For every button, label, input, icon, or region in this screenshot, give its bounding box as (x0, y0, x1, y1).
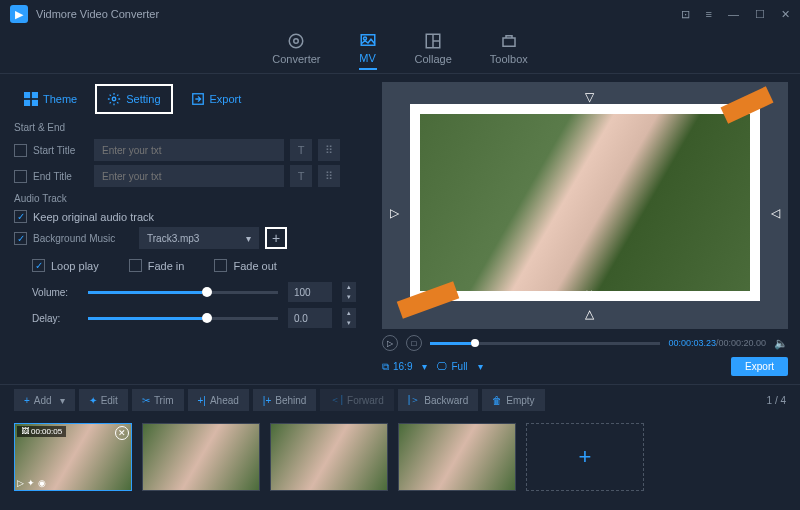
tab-export[interactable]: Export (181, 86, 252, 112)
section-start-end: Start & End (14, 122, 356, 133)
nav-label: MV (359, 52, 376, 64)
tab-setting[interactable]: Setting (95, 84, 172, 114)
volume-slider[interactable] (88, 291, 278, 294)
page-indicator: 1 / 4 (767, 389, 786, 411)
svg-rect-11 (32, 100, 38, 106)
handle-top[interactable]: ▽ (585, 90, 594, 104)
empty-button[interactable]: 🗑Empty (482, 389, 544, 411)
display-options: ⧉16:9▾ 🖵Full▾ Export (382, 357, 788, 376)
settings-panel: Theme Setting Export Start & End Start T… (0, 74, 370, 384)
star-icon[interactable]: ✦ (27, 478, 35, 488)
nav-label: Collage (415, 53, 452, 65)
delay-value[interactable]: 0.0 (288, 308, 332, 328)
end-title-row: End Title T ⠿ (14, 165, 356, 187)
fadeout-checkbox[interactable] (214, 259, 227, 272)
nav-converter[interactable]: Converter (272, 32, 320, 69)
nav-label: Converter (272, 53, 320, 65)
forward-button[interactable]: ＜|Forward (320, 389, 393, 411)
bg-music-dropdown[interactable]: Track3.mp3 ▾ (139, 227, 259, 249)
menu-icon[interactable]: ≡ (706, 8, 712, 21)
play-icon[interactable]: ▷ (17, 478, 24, 488)
backward-button[interactable]: |＞Backward (398, 389, 479, 411)
mv-icon (359, 31, 377, 49)
add-music-button[interactable]: + (265, 227, 287, 249)
delay-slider[interactable] (88, 317, 278, 320)
nav-toolbox[interactable]: Toolbox (490, 32, 528, 69)
handle-bottom[interactable]: △ (585, 307, 594, 321)
clip-thumbnail[interactable] (270, 423, 388, 491)
start-title-input[interactable] (94, 139, 284, 161)
end-title-input[interactable] (94, 165, 284, 187)
screen-size-select[interactable]: 🖵Full▾ (437, 361, 482, 372)
panel-tabs: Theme Setting Export (14, 84, 356, 114)
handle-right[interactable]: ◁ (771, 206, 780, 220)
behind-button[interactable]: |+Behind (253, 389, 317, 411)
thumb-image (271, 424, 387, 490)
play-button[interactable]: ▷ (382, 335, 398, 351)
forward-icon: ＜| (330, 393, 343, 407)
volume-value[interactable]: 100 (288, 282, 332, 302)
time-display: 00:00:03.23/00:00:20.00 (668, 338, 766, 348)
stop-button[interactable]: □ (406, 335, 422, 351)
clip-thumbnail[interactable]: 🖼00:00:05 ✕ ▷✦◉ (14, 423, 132, 491)
loop-checkbox[interactable] (32, 259, 45, 272)
chevron-down-icon: ▾ (422, 361, 427, 372)
close-handle[interactable]: ✕ (585, 288, 593, 299)
export-button[interactable]: Export (731, 357, 788, 376)
bg-music-checkbox[interactable] (14, 232, 27, 245)
text-style-button[interactable]: T (290, 165, 312, 187)
trim-button[interactable]: ✂Trim (132, 389, 184, 411)
feedback-icon[interactable]: ⊡ (681, 8, 690, 21)
clip-thumbnail[interactable] (398, 423, 516, 491)
handle-left[interactable]: ▷ (390, 206, 399, 220)
svg-point-3 (363, 37, 366, 40)
clip-thumbnail[interactable] (142, 423, 260, 491)
trash-icon: 🗑 (492, 395, 502, 406)
eye-icon[interactable]: ◉ (38, 478, 46, 488)
remove-clip-button[interactable]: ✕ (115, 426, 129, 440)
svg-point-12 (113, 97, 117, 101)
fade-row: Loop play Fade in Fade out (32, 255, 356, 276)
keep-audio-label: Keep original audio track (33, 211, 154, 223)
add-clip-button[interactable]: + (526, 423, 644, 491)
toolbox-icon (500, 32, 518, 50)
volume-stepper[interactable]: ▴▾ (342, 282, 356, 302)
maximize-icon[interactable]: ☐ (755, 8, 765, 21)
crop-icon: ⧉ (382, 361, 389, 373)
nav-mv[interactable]: MV (359, 31, 377, 70)
thumb-actions: ▷✦◉ (17, 478, 46, 488)
preview-canvas[interactable]: ▷ ◁ ▽ △ ✕ (382, 82, 788, 329)
backward-icon: |＞ (408, 393, 421, 407)
image-icon: 🖼 (21, 427, 29, 436)
keep-audio-checkbox[interactable] (14, 210, 27, 223)
svg-rect-8 (24, 92, 30, 98)
chevron-down-icon: ▾ (246, 233, 251, 244)
edit-button[interactable]: ✦Edit (79, 389, 128, 411)
svg-rect-10 (24, 100, 30, 106)
volume-icon[interactable]: 🔈 (774, 337, 788, 350)
svg-rect-7 (503, 38, 515, 46)
start-title-checkbox[interactable] (14, 144, 27, 157)
preview-panel: ▷ ◁ ▽ △ ✕ ▷ □ 00:00:03.23/00:00:20.00 🔈 … (370, 74, 800, 384)
tab-theme[interactable]: Theme (14, 86, 87, 112)
keep-audio-row: Keep original audio track (14, 210, 356, 223)
thumbnails: 🖼00:00:05 ✕ ▷✦◉ + (0, 415, 800, 499)
playback-bar: ▷ □ 00:00:03.23/00:00:20.00 🔈 (382, 335, 788, 351)
fadein-checkbox[interactable] (129, 259, 142, 272)
close-icon[interactable]: ✕ (781, 8, 790, 21)
aspect-ratio-select[interactable]: ⧉16:9▾ (382, 361, 427, 373)
nav-collage[interactable]: Collage (415, 32, 452, 69)
end-title-checkbox[interactable] (14, 170, 27, 183)
add-button[interactable]: +Add▾ (14, 389, 75, 411)
delay-stepper[interactable]: ▴▾ (342, 308, 356, 328)
ahead-button[interactable]: +|Ahead (188, 389, 249, 411)
text-style-button[interactable]: T (290, 139, 312, 161)
fadeout-label: Fade out (233, 260, 276, 272)
minimize-icon[interactable]: — (728, 8, 739, 21)
svg-point-1 (294, 39, 299, 44)
timeline-slider[interactable] (430, 342, 660, 345)
text-options-button[interactable]: ⠿ (318, 165, 340, 187)
text-options-button[interactable]: ⠿ (318, 139, 340, 161)
tab-label: Export (210, 93, 242, 105)
photo-frame (410, 104, 760, 301)
